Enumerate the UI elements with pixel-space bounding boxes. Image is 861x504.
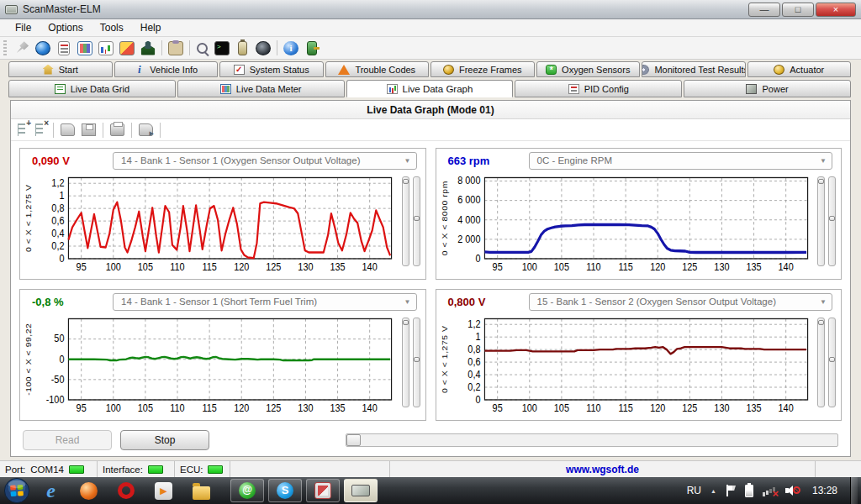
menu-help[interactable]: Help [132,20,170,35]
menu-tools[interactable]: Tools [92,20,132,35]
offset-slider[interactable] [828,176,836,266]
gauge-icon[interactable] [256,41,271,55]
show-desktop-button[interactable] [850,477,858,504]
action-center-flag-icon[interactable] [726,485,736,496]
battery-icon[interactable] [745,485,753,497]
pid-select[interactable]: 14 - Bank 1 - Sensor 1 (Short Term Fuel … [113,293,417,311]
svg-text:130: 130 [298,262,313,273]
scanmaster-app-button[interactable] [344,479,378,502]
stop-button[interactable]: Stop [120,430,209,450]
toolbar-separator [131,123,132,138]
svg-text:0 < X < 1,275 V: 0 < X < 1,275 V [24,184,32,251]
print-icon[interactable] [110,123,124,136]
value-readout: 0,800 V [448,296,520,308]
tab-oxygen-sensors[interactable]: *Oxygen Sensors [536,61,641,77]
export-icon[interactable] [139,123,153,136]
report-icon[interactable] [58,41,70,55]
firefox-icon[interactable] [80,482,98,500]
tab-trouble-codes[interactable]: Trouble Codes [325,61,430,77]
content-area: Live Data Graph (Mode 01) 0,090 V 14 - B… [0,97,861,460]
tray-expand-icon[interactable]: ▲ [710,488,716,494]
tab-freeze-frames[interactable]: Freeze Frames [430,61,535,77]
info-icon[interactable]: i [283,41,298,55]
taskbar-clock[interactable]: 13:28 [812,485,837,496]
scale-slider[interactable] [402,176,409,266]
offset-slider[interactable] [828,318,836,407]
chevron-down-icon: ▼ [404,157,411,165]
read-button[interactable]: Read [23,430,112,450]
svg-text:110: 110 [586,403,600,414]
minimize-button[interactable]: — [748,3,780,17]
language-indicator[interactable]: RU [687,485,701,496]
pid-icon [568,84,579,94]
tab-live-data-grid[interactable]: Live Data Grid [8,80,176,97]
explorer-folder-icon[interactable] [193,486,210,500]
pid-select[interactable]: 0C - Engine RPM▼ [529,152,833,170]
close-button[interactable]: × [816,3,856,17]
tab-live-data-meter[interactable]: Live Data Meter [177,80,345,97]
user-icon[interactable] [140,41,156,55]
scale-slider[interactable] [817,318,825,407]
website-link[interactable]: www.wgsoft.de [390,461,816,477]
image-app-icon [314,482,331,499]
svg-text:125: 125 [682,262,697,273]
scrollbar-thumb[interactable] [346,434,361,446]
menu-options[interactable]: Options [40,20,91,35]
tab-vehicle-info[interactable]: iVehicle Info [114,61,219,77]
tab-live-data-graph[interactable]: Live Data Graph [346,80,514,97]
menu-file[interactable]: File [7,20,40,35]
graph-view-icon[interactable] [119,41,135,55]
globe-icon[interactable] [35,41,50,55]
tab-pid-config[interactable]: PID Config [515,80,682,97]
svg-text:1: 1 [59,191,64,202]
tab-monitored-test-results[interactable]: Monitored Test Results [642,61,746,77]
skype-app-button[interactable]: S [268,479,302,502]
meter-view-icon[interactable] [98,41,114,55]
port-led [69,465,84,474]
pid-select[interactable]: 14 - Bank 1 - Sensor 1 (Oxygen Sensor Ou… [113,152,417,170]
scale-slider[interactable] [402,318,409,407]
svg-text:120: 120 [650,403,665,414]
search-icon[interactable] [197,43,208,54]
battery-icon[interactable] [238,41,247,55]
tab-system-status[interactable]: ✓System Status [219,61,324,77]
save-icon[interactable] [82,123,96,136]
scale-slider[interactable] [817,176,825,266]
opera-icon[interactable] [118,482,135,499]
offset-slider[interactable] [413,176,420,266]
terminal-icon[interactable] [214,41,230,55]
actuator-icon [774,65,784,75]
internet-explorer-icon[interactable]: e [42,482,60,500]
svg-text:0,4: 0,4 [51,228,65,239]
restore-button[interactable]: □ [782,3,814,17]
system-tray: RU ▲ 13:28 [687,477,861,504]
tab-power[interactable]: Power [684,80,851,97]
exit-icon[interactable] [307,41,317,55]
grid-view-icon[interactable] [77,41,92,55]
svg-text:130: 130 [298,403,313,414]
svg-text:0,6: 0,6 [467,356,480,367]
clipboard-icon[interactable] [168,41,183,55]
svg-text:115: 115 [618,262,632,273]
icq-app-button[interactable]: @ [230,479,264,502]
svg-text:1: 1 [475,332,480,343]
tab-actuator[interactable]: Actuator [747,61,852,77]
svg-text:105: 105 [138,262,153,273]
start-orb[interactable] [3,477,30,504]
media-player-icon[interactable] [155,482,172,500]
image-app-button[interactable] [306,479,340,502]
network-disconnected-icon[interactable] [763,485,776,496]
window-titlebar[interactable]: ScanMaster-ELM — □ × [0,0,861,19]
pid-select[interactable]: 15 - Bank 1 - Sensor 2 (Oxygen Sensor Ou… [529,293,833,311]
open-icon[interactable] [61,123,75,136]
tab-start[interactable]: Start [8,61,113,77]
page-title: Live Data Graph (Mode 01) [11,101,850,119]
volume-muted-icon[interactable] [785,485,800,496]
chevron-down-icon: ▼ [820,298,827,306]
port-value: COM14 [30,465,64,475]
history-scrollbar[interactable] [346,433,838,447]
offset-slider[interactable] [413,318,420,407]
add-pid-icon[interactable] [18,123,25,136]
connect-plug-icon[interactable] [14,41,29,55]
remove-pid-icon[interactable] [35,123,43,136]
